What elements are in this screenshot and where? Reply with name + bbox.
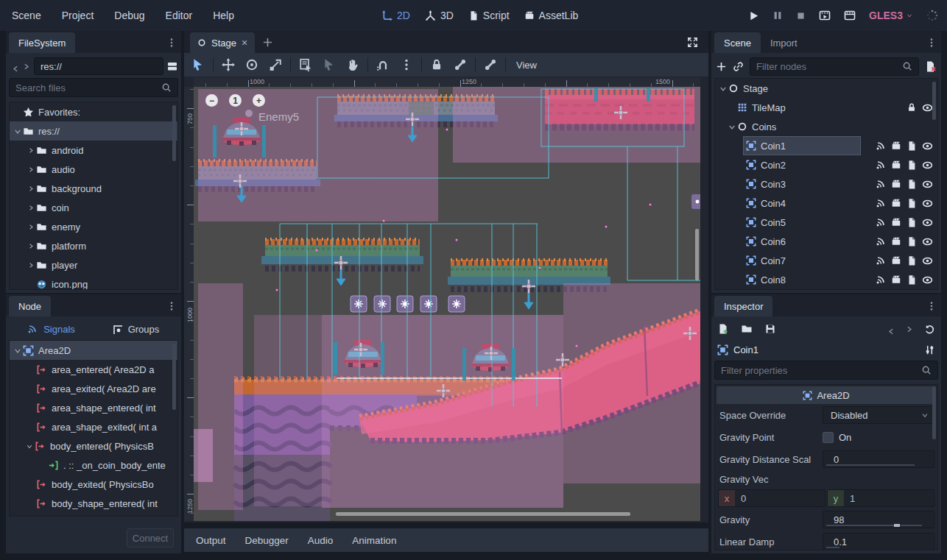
group-icon[interactable] (891, 141, 901, 151)
signal-row[interactable]: body_exited( PhysicsBo (10, 475, 177, 494)
signal-icon[interactable] (876, 255, 886, 266)
save-resource-button[interactable] (764, 323, 776, 335)
zoom-reset-button[interactable]: 1 (229, 94, 242, 107)
tree-row-coins[interactable]: Coins (715, 117, 937, 136)
zoom-in-button[interactable]: + (253, 94, 265, 107)
connect-button[interactable]: Connect (127, 528, 174, 547)
group-icon[interactable] (891, 236, 901, 247)
script-icon[interactable] (906, 198, 917, 208)
signal-icon[interactable] (876, 141, 886, 151)
scrollbar[interactable] (932, 82, 936, 120)
visibility-icon[interactable] (922, 141, 933, 152)
visibility-icon[interactable] (922, 102, 933, 113)
signal-row[interactable]: body_shape_entered( int (10, 494, 177, 513)
lock-icon[interactable] (906, 102, 917, 113)
path-field[interactable]: res:// (34, 57, 163, 75)
script-icon[interactable] (906, 217, 917, 227)
visibility-icon[interactable] (922, 274, 933, 286)
script-icon[interactable] (906, 236, 917, 247)
select-tool-icon[interactable] (191, 58, 205, 71)
script-icon[interactable] (906, 160, 917, 170)
chevron-down-icon[interactable] (24, 442, 35, 450)
view-menu[interactable]: View (516, 60, 537, 71)
tab-inspector[interactable]: Inspector (714, 296, 772, 316)
chevron-down-icon[interactable] (13, 127, 23, 136)
file-row[interactable]: icon.png (10, 274, 177, 290)
tree-row-stage[interactable]: Stage (715, 79, 937, 98)
folder-row-root[interactable]: res:// (10, 121, 177, 141)
rotate-tool-icon[interactable] (245, 58, 258, 71)
add-node-button[interactable] (716, 61, 727, 72)
folder-row[interactable]: android (10, 141, 177, 160)
object-history-icon[interactable] (924, 324, 935, 335)
dock-menu-icon[interactable] (926, 300, 937, 312)
visibility-icon[interactable] (922, 236, 933, 247)
tree-row-coin[interactable]: Coin8 (715, 270, 937, 289)
group-icon[interactable] (891, 198, 901, 208)
chevron-down-icon[interactable] (13, 346, 23, 355)
connection-row[interactable]: . :: _on_coin_body_ente (10, 456, 177, 475)
folder-row[interactable]: audio (10, 160, 177, 179)
linear-damp-field[interactable]: 0.1 (823, 533, 934, 550)
signals-tab-button[interactable]: Signals (9, 324, 94, 335)
tab-debugger[interactable]: Debugger (245, 535, 289, 546)
gravity-point-checkbox[interactable] (823, 432, 834, 443)
menu-project[interactable]: Project (62, 10, 94, 21)
tree-row-coin[interactable]: Coin6 (715, 232, 937, 251)
chevron-right-icon[interactable] (26, 242, 36, 250)
gravity-vec-x-field[interactable]: x 0 (718, 489, 825, 507)
tab-scene[interactable]: Scene (714, 32, 761, 53)
space-override-dropdown[interactable]: Disabled (823, 406, 934, 424)
tab-stage[interactable]: Stage × (190, 32, 255, 53)
chevron-right-icon[interactable] (26, 223, 36, 231)
chevron-right-icon[interactable] (26, 261, 36, 269)
load-resource-button[interactable] (741, 323, 753, 335)
folder-row[interactable]: coin (10, 198, 177, 217)
move-tool-icon[interactable] (222, 58, 235, 71)
folder-row[interactable]: platform (10, 236, 177, 255)
tab-filesystem[interactable]: FileSystem (9, 32, 75, 53)
groups-tab-button[interactable]: Groups (94, 324, 178, 335)
script-icon[interactable] (906, 179, 917, 189)
category-area2d[interactable]: Area2D (717, 386, 936, 404)
dock-menu-icon[interactable] (166, 37, 177, 49)
gravity-distance-field[interactable]: 0 (823, 450, 934, 468)
scrollbar[interactable] (172, 344, 176, 410)
mode-3d[interactable]: 3D (425, 10, 454, 21)
slider-handle[interactable] (894, 524, 900, 527)
group-icon[interactable] (891, 160, 901, 170)
new-scene-tab-icon[interactable] (262, 37, 273, 48)
signal-row[interactable]: body_entered( PhysicsB (10, 436, 177, 456)
zoom-out-button[interactable]: − (205, 94, 218, 107)
gravity-vec-y-field[interactable]: y 1 (827, 489, 934, 507)
signal-icon[interactable] (876, 198, 886, 208)
chevron-right-icon[interactable] (26, 166, 36, 174)
filter-properties-input[interactable]: Filter properties (714, 361, 938, 380)
favorites-row[interactable]: Favorites: (10, 102, 177, 121)
new-resource-button[interactable] (717, 323, 729, 335)
group-icon[interactable] (891, 179, 901, 189)
chevron-down-icon[interactable] (718, 84, 728, 93)
group-icon[interactable] (891, 274, 901, 285)
tree-row-coin[interactable]: Coin5 (715, 213, 937, 232)
signal-row[interactable]: area_entered( Area2D a (10, 360, 177, 379)
visibility-icon[interactable] (922, 179, 933, 190)
signal-icon[interactable] (876, 160, 886, 170)
filter-nodes-input[interactable]: Filter nodes (750, 57, 919, 76)
gravity-field[interactable]: 98 (823, 511, 934, 528)
skeleton-options-icon[interactable] (484, 58, 497, 71)
signal-root-row[interactable]: Area2D (10, 341, 177, 360)
dock-menu-icon[interactable] (166, 300, 177, 312)
play-scene-button[interactable] (819, 10, 831, 21)
folder-row[interactable]: player (10, 255, 177, 274)
visibility-icon[interactable] (922, 217, 933, 228)
stop-button[interactable] (796, 11, 806, 21)
tree-row-coin[interactable]: Coin4 (715, 194, 937, 213)
tab-audio[interactable]: Audio (308, 535, 334, 546)
chevron-right-icon[interactable] (26, 204, 36, 212)
pivot-tool-icon[interactable] (323, 58, 336, 71)
history-forward-icon[interactable] (904, 325, 914, 334)
tree-row-tilemap[interactable]: TileMap (715, 98, 937, 117)
script-icon[interactable] (906, 255, 917, 266)
mode-2d[interactable]: 2D (381, 10, 410, 21)
